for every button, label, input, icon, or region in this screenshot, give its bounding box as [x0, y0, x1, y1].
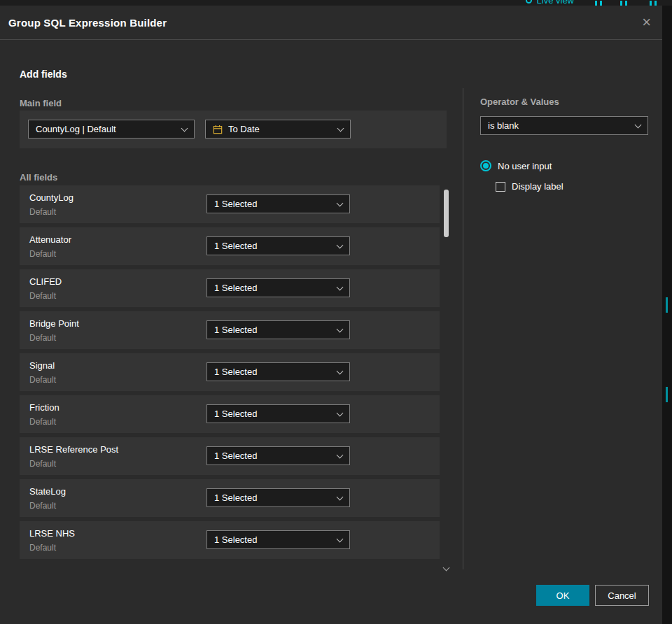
- scrollbar-thumb[interactable]: [444, 190, 449, 237]
- add-fields-heading: Add fields: [20, 69, 67, 80]
- ok-button[interactable]: OK: [536, 585, 589, 606]
- all-fields-label: All fields: [20, 172, 57, 183]
- close-icon[interactable]: ×: [642, 15, 651, 30]
- field-selected-value: 1 Selected: [214, 534, 332, 545]
- field-selected-dropdown[interactable]: 1 Selected: [206, 488, 350, 507]
- display-label-text: Display label: [512, 181, 564, 192]
- main-field-date-value: To Date: [228, 124, 332, 134]
- chevron-down-icon: [337, 493, 344, 500]
- operator-select-value: is blank: [488, 120, 630, 131]
- accent-mark: [666, 387, 668, 402]
- column-bars-icon[interactable]: [620, 1, 627, 6]
- chevron-down-icon: [337, 199, 344, 206]
- field-selected-value: 1 Selected: [214, 451, 332, 461]
- field-selected-dropdown[interactable]: 1 Selected: [206, 362, 350, 381]
- no-user-input-option: No user input: [480, 160, 552, 171]
- chevron-down-icon: [181, 125, 188, 132]
- field-selected-dropdown[interactable]: 1 Selected: [206, 194, 350, 213]
- main-field-date-select[interactable]: To Date: [205, 120, 351, 139]
- cancel-button[interactable]: Cancel: [595, 585, 649, 606]
- scrollbar-down-arrow-icon[interactable]: [443, 565, 450, 572]
- column-bars-icon[interactable]: [650, 1, 657, 6]
- field-row: CountyLog Default 1 Selected: [20, 185, 440, 223]
- field-selected-value: 1 Selected: [214, 241, 332, 251]
- field-selected-dropdown[interactable]: 1 Selected: [206, 404, 350, 423]
- field-row: Signal Default 1 Selected: [20, 353, 440, 391]
- app-right-strip: [662, 6, 672, 624]
- display-label-checkbox[interactable]: [496, 182, 505, 192]
- operator-select[interactable]: is blank: [480, 116, 648, 135]
- fields-list-scrollbar[interactable]: [443, 185, 449, 572]
- field-selected-value: 1 Selected: [214, 492, 332, 503]
- field-selected-value: 1 Selected: [214, 325, 332, 335]
- chevron-down-icon: [337, 283, 344, 290]
- field-selected-dropdown[interactable]: 1 Selected: [206, 446, 350, 465]
- field-selected-dropdown[interactable]: 1 Selected: [206, 320, 350, 339]
- field-row: Attenuator Default 1 Selected: [20, 227, 440, 265]
- field-selected-value: 1 Selected: [214, 199, 332, 209]
- chevron-down-icon: [337, 451, 344, 458]
- calendar-icon: [213, 125, 223, 134]
- accent-mark: [666, 297, 668, 313]
- field-row: StateLog Default 1 Selected: [20, 479, 440, 517]
- no-user-input-label: No user input: [498, 161, 552, 171]
- field-row: CLIFED Default 1 Selected: [20, 269, 440, 307]
- field-selected-value: 1 Selected: [214, 283, 332, 293]
- chevron-down-icon: [337, 241, 344, 248]
- live-dot-icon: [526, 0, 532, 3]
- field-selected-value: 1 Selected: [214, 409, 332, 419]
- live-view-label: Live view: [537, 0, 574, 6]
- chevron-down-icon: [337, 367, 344, 374]
- field-selected-dropdown[interactable]: 1 Selected: [206, 236, 350, 255]
- field-row: Friction Default 1 Selected: [20, 395, 440, 433]
- group-sql-expression-builder-dialog: Group SQL Expression Builder × Add field…: [0, 6, 662, 624]
- field-row: Bridge Point Default 1 Selected: [20, 311, 440, 349]
- chevron-down-icon: [337, 409, 344, 416]
- field-selected-dropdown[interactable]: 1 Selected: [206, 278, 350, 297]
- chevron-down-icon: [337, 535, 344, 542]
- chevron-down-icon: [337, 325, 344, 332]
- main-field-panel: CountyLog | Default To Date: [20, 111, 447, 148]
- chevron-down-icon: [337, 125, 344, 132]
- field-selected-value: 1 Selected: [214, 367, 332, 377]
- radio-selected-icon[interactable]: [480, 160, 491, 171]
- all-fields-list: CountyLog Default 1 Selected Attenuator …: [20, 185, 440, 563]
- field-row: LRSE NHS Default 1 Selected: [20, 521, 440, 559]
- field-row: LRSE Reference Post Default 1 Selected: [20, 437, 440, 475]
- pause-bars-icon[interactable]: [595, 1, 602, 6]
- column-divider: [463, 88, 463, 569]
- chevron-down-icon: [635, 121, 642, 128]
- live-view-indicator[interactable]: Live view: [526, 0, 574, 6]
- field-selected-dropdown[interactable]: 1 Selected: [206, 530, 350, 549]
- dialog-header: Group SQL Expression Builder ×: [0, 6, 662, 40]
- main-field-select[interactable]: CountyLog | Default: [28, 120, 195, 139]
- main-field-select-value: CountyLog | Default: [36, 124, 176, 134]
- operator-values-label: Operator & Values: [480, 97, 559, 107]
- main-field-label: Main field: [20, 98, 62, 108]
- dialog-title: Group SQL Expression Builder: [8, 17, 167, 29]
- app-top-strip: Live view: [0, 0, 672, 6]
- display-label-option: Display label: [496, 181, 564, 192]
